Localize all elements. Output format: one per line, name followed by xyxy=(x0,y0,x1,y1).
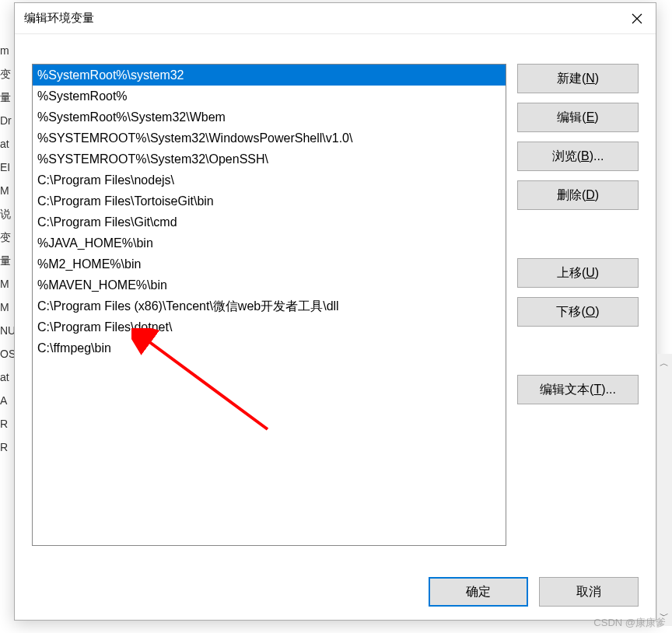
list-item[interactable]: C:\Program Files\nodejs\ xyxy=(33,170,506,191)
list-item[interactable]: C:\Program Files\dotnet\ xyxy=(33,316,506,337)
titlebar: 编辑环境变量 xyxy=(15,3,656,34)
parent-window-fragments: m变量DratEIM说变量MMNUOSatARR xyxy=(0,39,14,583)
new-button[interactable]: 新建(N) xyxy=(517,64,639,93)
browse-button[interactable]: 浏览(B)... xyxy=(517,142,639,171)
dialog-footer: 确定 取消 xyxy=(15,564,656,620)
edit-text-button[interactable]: 编辑文本(T)... xyxy=(517,375,639,404)
list-item[interactable]: %SYSTEMROOT%\System32\WindowsPowerShell\… xyxy=(33,128,506,149)
list-item[interactable]: %JAVA_HOME%\bin xyxy=(33,233,506,254)
list-item[interactable]: %MAVEN_HOME%\bin xyxy=(33,275,506,296)
move-up-button[interactable]: 上移(U) xyxy=(517,258,639,288)
list-item[interactable]: C:\ffmpeg\bin xyxy=(33,337,506,358)
list-item[interactable]: C:\Program Files (x86)\Tencent\微信web开发者工… xyxy=(33,296,506,316)
list-item[interactable]: %SYSTEMROOT%\System32\OpenSSH\ xyxy=(33,149,506,170)
scroll-up-icon: ︿ xyxy=(660,357,669,370)
move-down-button[interactable]: 下移(O) xyxy=(517,297,639,327)
dialog-content: %SystemRoot%\system32%SystemRoot%%System… xyxy=(15,34,656,564)
path-listbox[interactable]: %SystemRoot%\system32%SystemRoot%%System… xyxy=(32,64,506,546)
list-item[interactable]: C:\Program Files\Git\cmd xyxy=(33,212,506,233)
list-item[interactable]: %SystemRoot% xyxy=(33,86,506,107)
list-item[interactable]: %SystemRoot%\system32 xyxy=(33,65,506,86)
parent-scrollbar[interactable]: ︿ ﹀ xyxy=(656,354,672,626)
button-column: 新建(N) 编辑(E) 浏览(B)... 删除(D) 上移(U) 下移(O) 编… xyxy=(517,64,639,564)
close-icon xyxy=(632,13,642,24)
close-button[interactable] xyxy=(618,3,656,34)
dialog-title: 编辑环境变量 xyxy=(24,11,94,26)
edit-env-var-dialog: 编辑环境变量 %SystemRoot%\system32%SystemRoot%… xyxy=(14,2,656,621)
list-item[interactable]: C:\Program Files\TortoiseGit\bin xyxy=(33,191,506,212)
cancel-button[interactable]: 取消 xyxy=(539,577,639,607)
list-item[interactable]: %SystemRoot%\System32\Wbem xyxy=(33,107,506,128)
list-item[interactable]: %M2_HOME%\bin xyxy=(33,254,506,275)
edit-button[interactable]: 编辑(E) xyxy=(517,103,639,132)
watermark: CSDN @康康爹 xyxy=(593,616,666,630)
delete-button[interactable]: 删除(D) xyxy=(517,180,639,210)
ok-button[interactable]: 确定 xyxy=(429,577,528,607)
